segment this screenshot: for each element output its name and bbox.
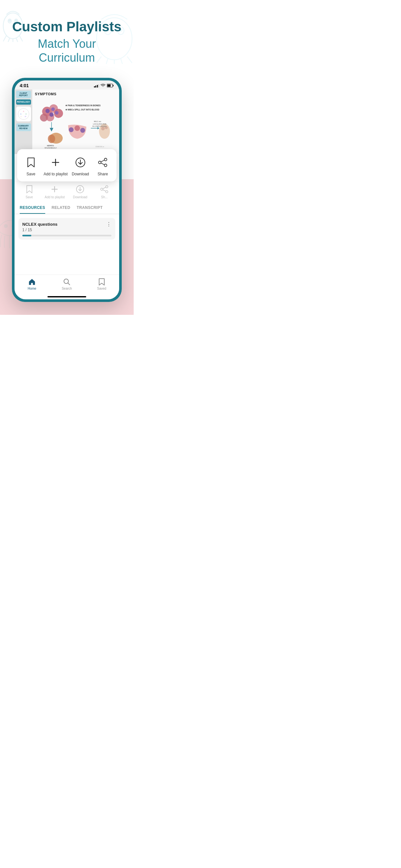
share-label: Share <box>97 172 108 176</box>
status-time: 4:01 <box>20 83 29 88</box>
saved-icon <box>98 278 105 286</box>
svg-text:OSMOSIS.or: OSMOSIS.or <box>95 146 104 148</box>
adpie-diagram: A D P I E <box>17 107 30 120</box>
page-subtitle: Match Your Curriculum <box>10 37 124 65</box>
phone-wrapper: 4:01 <box>0 74 134 315</box>
download-action[interactable]: Download <box>71 156 90 176</box>
svg-rect-24 <box>107 84 111 87</box>
action-bar-ghost: Save Add to playlist <box>14 182 119 202</box>
signal-bar-3 <box>97 85 98 88</box>
signal-bars-icon <box>94 84 99 88</box>
bottom-nav: Home Search <box>14 275 119 295</box>
video-content: SYMPTOMS <box>32 89 119 154</box>
sidebar-circle-diagram: A D P I E <box>16 106 31 121</box>
home-indicator <box>48 296 86 298</box>
signal-bar-4 <box>98 84 99 88</box>
svg-rect-23 <box>113 85 114 86</box>
nav-home-label: Home <box>28 287 36 290</box>
header-section: Custom Playlists Match Your Curriculum <box>0 0 134 74</box>
download-icon <box>73 156 87 169</box>
sidebar-pathology: PATHOLOGY <box>16 99 31 104</box>
sidebar-summary: SUMMARY REVIEW <box>16 123 31 131</box>
ghost-save: Save <box>20 185 38 199</box>
svg-text:A: A <box>23 111 24 113</box>
add-playlist-label: Add to playlist <box>43 172 68 176</box>
content-spacer <box>14 242 119 268</box>
svg-point-39 <box>55 111 58 114</box>
svg-line-74 <box>103 187 106 188</box>
svg-point-71 <box>106 185 108 188</box>
page-title: Custom Playlists <box>10 20 124 34</box>
ghost-playlist: Add to playlist <box>44 185 65 199</box>
resource-card: NCLEX questions 1 / 15 ⋮ <box>19 218 115 240</box>
svg-point-49 <box>81 128 85 133</box>
share-icon <box>96 156 110 169</box>
svg-text:D: D <box>25 113 27 115</box>
tab-resources[interactable]: RESOURCES <box>20 206 45 214</box>
ghost-share: Sh... <box>96 185 113 199</box>
svg-text:E: E <box>20 113 21 115</box>
symptoms-title: SYMPTOMS <box>35 92 117 96</box>
sidebar-client-report: CLIENT REPORT <box>16 91 31 98</box>
add-to-playlist-icon <box>49 156 62 169</box>
svg-text:HEPATO-: HEPATO- <box>47 145 55 147</box>
svg-text:IN LYMPH NODES: IN LYMPH NODES <box>92 125 106 127</box>
phone-inner: 4:01 <box>14 81 119 299</box>
add-to-playlist-action[interactable]: Add to playlist <box>43 156 68 176</box>
svg-point-48 <box>74 125 80 131</box>
ghost-share-label: Sh... <box>101 195 108 199</box>
svg-point-36 <box>45 109 50 113</box>
svg-point-64 <box>98 161 101 164</box>
svg-line-66 <box>101 163 104 165</box>
svg-point-35 <box>40 114 48 121</box>
resource-menu-button[interactable]: ⋮ <box>106 221 112 227</box>
video-illustration: ★ PAIN & TENDERNESS IN BONES ★ WBCs SPIL… <box>35 98 117 150</box>
progress-bar-background <box>22 235 112 237</box>
resource-info: NCLEX questions 1 / 15 <box>22 222 58 235</box>
svg-text:★ WBCs SPILL OUT INTO BLOOD: ★ WBCs SPILL OUT INTO BLOOD <box>65 108 99 111</box>
video-area: CLIENT REPORT PATHOLOGY A D P I E <box>14 89 119 154</box>
ghost-playlist-label: Add to playlist <box>44 195 65 199</box>
status-icons <box>94 84 114 88</box>
save-action[interactable]: Save <box>21 156 41 176</box>
svg-line-75 <box>103 190 106 191</box>
resource-card-header: NCLEX questions 1 / 15 ⋮ <box>22 222 112 235</box>
phone-frame: 4:01 <box>12 78 122 302</box>
svg-line-77 <box>68 283 70 285</box>
svg-point-47 <box>69 127 73 132</box>
resource-title: NCLEX questions <box>22 222 58 227</box>
save-icon <box>24 156 38 169</box>
search-icon <box>63 278 71 286</box>
ghost-download-label: Download <box>73 195 87 199</box>
nav-search-label: Search <box>62 287 72 290</box>
video-sidebar: CLIENT REPORT PATHOLOGY A D P I E <box>14 89 32 154</box>
nav-search[interactable]: Search <box>57 278 76 290</box>
svg-text:P: P <box>25 116 26 118</box>
battery-icon <box>107 84 114 88</box>
svg-point-73 <box>101 188 103 190</box>
svg-text:SPLENOMEGALY: SPLENOMEGALY <box>44 147 57 149</box>
signal-bar-1 <box>94 86 95 88</box>
svg-point-63 <box>104 164 107 166</box>
content-tabs: RESOURCES RELATED TRANSCRIPT <box>14 202 119 214</box>
save-label: Save <box>27 172 35 176</box>
svg-point-62 <box>104 158 107 161</box>
download-label: Download <box>72 172 89 176</box>
nav-saved[interactable]: Saved <box>92 278 112 290</box>
svg-line-65 <box>101 160 104 162</box>
home-icon <box>28 278 36 286</box>
ghost-save-label: Save <box>26 195 33 199</box>
svg-point-38 <box>50 113 54 117</box>
tab-transcript[interactable]: TRANSCRIPT <box>77 206 103 214</box>
svg-text:MILD, but: MILD, but <box>94 120 101 122</box>
share-action[interactable]: Share <box>93 156 112 176</box>
svg-point-72 <box>106 190 108 193</box>
tab-related[interactable]: RELATED <box>52 206 70 214</box>
wifi-icon <box>100 84 105 88</box>
resource-count: 1 / 15 <box>22 228 58 232</box>
status-bar: 4:01 <box>14 81 119 89</box>
signal-bar-2 <box>95 86 96 88</box>
nav-saved-label: Saved <box>97 287 106 290</box>
svg-text:LOCALIZED PAIN: LOCALIZED PAIN <box>93 123 106 125</box>
nav-home[interactable]: Home <box>22 278 42 290</box>
